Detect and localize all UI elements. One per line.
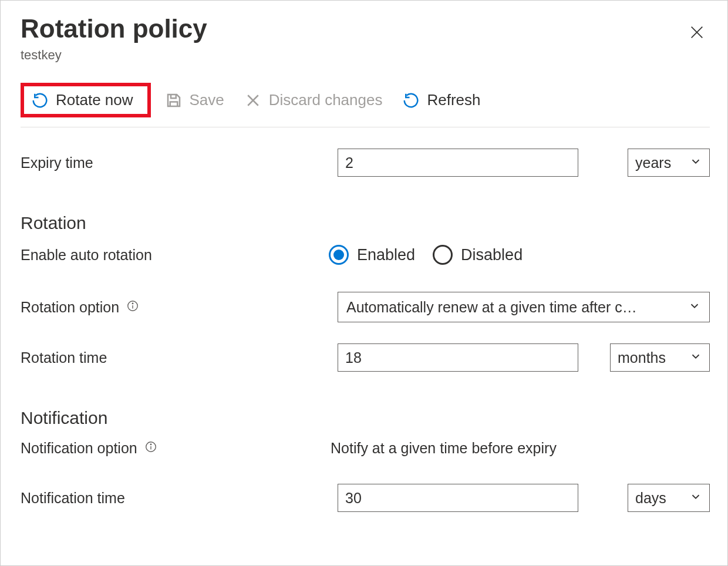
expiry-time-unit-select[interactable]: years bbox=[628, 149, 710, 177]
refresh-button[interactable]: Refresh bbox=[396, 87, 486, 113]
radio-circle-icon bbox=[433, 245, 453, 265]
rotation-option-select[interactable]: Automatically renew at a given time afte… bbox=[338, 292, 710, 322]
notification-time-label: Notification time bbox=[21, 490, 338, 507]
discard-label: Discard changes bbox=[269, 91, 383, 109]
save-label: Save bbox=[190, 91, 224, 109]
rotate-now-highlight: Rotate now bbox=[21, 83, 151, 117]
expiry-time-unit-value: years bbox=[635, 154, 671, 171]
svg-point-6 bbox=[132, 303, 133, 304]
notification-heading: Notification bbox=[21, 408, 710, 428]
enabled-label: Enabled bbox=[357, 246, 415, 264]
rotation-policy-panel: Rotation policy testkey Rotate now Save … bbox=[0, 0, 728, 566]
toolbar: Rotate now Save Discard changes Refresh bbox=[21, 83, 710, 127]
page-subtitle: testkey bbox=[21, 48, 710, 63]
auto-rotation-radio-group: Enabled Disabled bbox=[329, 245, 523, 265]
chevron-down-icon bbox=[688, 299, 701, 316]
enable-auto-rotation-label: Enable auto rotation bbox=[21, 247, 329, 264]
refresh-label: Refresh bbox=[427, 91, 480, 109]
rotation-option-value: Automatically renew at a given time afte… bbox=[346, 299, 637, 316]
rotate-now-button[interactable]: Rotate now bbox=[25, 87, 139, 113]
rotate-icon bbox=[31, 92, 49, 109]
notification-time-unit-value: days bbox=[635, 490, 666, 507]
expiry-time-label: Expiry time bbox=[21, 154, 338, 171]
close-button[interactable] bbox=[684, 19, 710, 45]
rotation-time-unit-value: months bbox=[618, 349, 666, 366]
rotation-time-unit-select[interactable]: months bbox=[610, 343, 710, 372]
info-icon[interactable] bbox=[126, 299, 139, 316]
rotation-time-input[interactable] bbox=[338, 343, 578, 372]
save-icon bbox=[165, 92, 183, 109]
refresh-icon bbox=[402, 92, 420, 109]
auto-rotation-disabled-radio[interactable]: Disabled bbox=[433, 245, 523, 265]
chevron-down-icon bbox=[689, 490, 702, 507]
page-title: Rotation policy bbox=[21, 15, 710, 43]
rotate-now-label: Rotate now bbox=[56, 91, 133, 109]
discard-icon bbox=[244, 92, 262, 109]
rotation-heading: Rotation bbox=[21, 213, 710, 233]
save-button: Save bbox=[159, 87, 230, 113]
expiry-time-input[interactable] bbox=[338, 149, 578, 177]
discard-button: Discard changes bbox=[238, 87, 389, 113]
close-icon bbox=[689, 24, 705, 41]
chevron-down-icon bbox=[689, 349, 702, 366]
rotation-time-label: Rotation time bbox=[21, 349, 338, 366]
notification-time-unit-select[interactable]: days bbox=[628, 484, 710, 512]
rotation-option-label: Rotation option bbox=[21, 299, 119, 316]
disabled-label: Disabled bbox=[461, 246, 523, 264]
notification-option-label: Notification option bbox=[21, 440, 137, 457]
notification-option-value: Notify at a given time before expiry bbox=[331, 440, 557, 457]
info-icon[interactable] bbox=[144, 440, 157, 457]
radio-circle-icon bbox=[329, 245, 349, 265]
chevron-down-icon bbox=[689, 154, 702, 171]
auto-rotation-enabled-radio[interactable]: Enabled bbox=[329, 245, 415, 265]
svg-point-9 bbox=[150, 444, 151, 445]
notification-time-input[interactable] bbox=[338, 484, 578, 512]
